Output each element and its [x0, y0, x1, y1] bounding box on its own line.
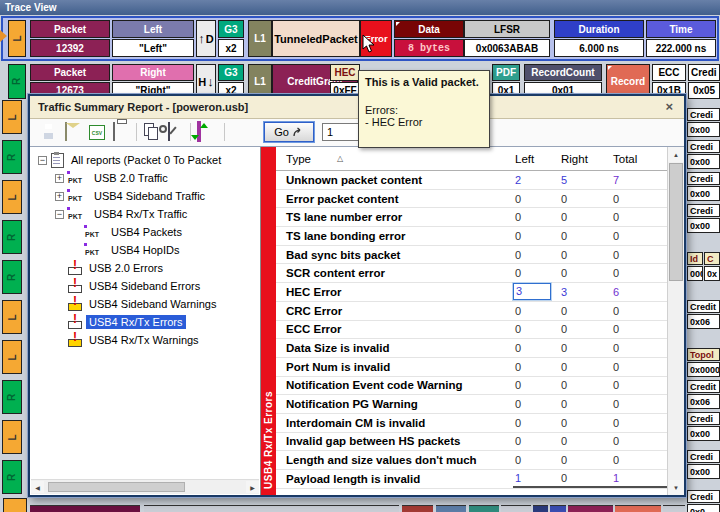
error-type-cell[interactable]: HEC Error: [276, 286, 513, 298]
packet-number-cell[interactable]: Packet 12392: [30, 20, 110, 57]
count-cell-right[interactable]: 5: [559, 174, 611, 186]
lane-marker-cell[interactable]: R: [2, 260, 22, 294]
error-type-cell[interactable]: ECC Error: [276, 323, 513, 335]
count-cell-total[interactable]: 0: [611, 361, 667, 373]
count-cell-total[interactable]: 0: [611, 435, 667, 447]
count-cell-left[interactable]: 0: [513, 211, 559, 223]
lane-marker-cell[interactable]: L: [2, 180, 22, 214]
count-cell-total[interactable]: 0: [611, 230, 667, 242]
lane-marker-cell[interactable]: R: [8, 64, 26, 99]
trace-partial-cell[interactable]: Credit0x06: [687, 300, 720, 329]
error-type-cell[interactable]: TS lane bonding error: [276, 230, 513, 242]
count-cell-left[interactable]: 0: [513, 305, 559, 317]
trace-partial-cell[interactable]: Credi0x00: [687, 140, 720, 169]
error-type-cell[interactable]: SCR content error: [276, 267, 513, 279]
print-icon[interactable]: [112, 123, 130, 141]
count-cell-right[interactable]: 0: [559, 193, 611, 205]
count-cell-left[interactable]: 0: [513, 435, 559, 447]
count-cell-right[interactable]: 0: [559, 342, 611, 354]
direction-cell[interactable]: Left "Left": [112, 20, 194, 57]
table-row[interactable]: Notification PG Warning000: [276, 395, 684, 414]
error-type-cell[interactable]: Invalid gap between HS packets: [276, 435, 513, 447]
table-row[interactable]: TS lane bonding error000: [276, 227, 684, 246]
tree-item[interactable]: USB4 Rx/Tx Errors: [30, 313, 260, 331]
count-cell-left[interactable]: 0: [513, 379, 559, 391]
copy-icon[interactable]: [142, 123, 160, 141]
scroll-down-icon[interactable]: ▼: [668, 480, 684, 495]
count-cell-total[interactable]: 0: [611, 454, 667, 466]
count-cell-left[interactable]: 0: [513, 454, 559, 466]
count-cell-left[interactable]: 0: [513, 193, 559, 205]
table-vertical-scrollbar[interactable]: ▲ ▼: [667, 147, 684, 495]
trace-partial-cell[interactable]: Credi0x00: [687, 172, 720, 201]
count-cell-right[interactable]: 0: [559, 470, 611, 488]
count-cell-total[interactable]: 0: [611, 193, 667, 205]
table-row[interactable]: Invalid gap between HS packets000: [276, 433, 684, 452]
table-row[interactable]: Notification Event code Warning000: [276, 377, 684, 396]
table-row[interactable]: TS lane number error000: [276, 208, 684, 227]
lane-marker-cell[interactable]: R: [2, 140, 22, 174]
count-cell-left[interactable]: 0: [513, 417, 559, 429]
tree-item[interactable]: +PKTUSB4 Sideband Traffic: [30, 187, 260, 205]
table-row[interactable]: Interdomain CM is invalid000: [276, 414, 684, 433]
lane-marker-cell[interactable]: L: [2, 300, 22, 334]
go-button[interactable]: Go: [264, 122, 314, 142]
count-cell-total[interactable]: 0: [611, 379, 667, 391]
table-row[interactable]: ECC Error000: [276, 321, 684, 340]
table-row[interactable]: Port Num is invalid000: [276, 358, 684, 377]
lane-marker-cell[interactable]: L: [2, 100, 22, 134]
lane-marker-cell[interactable]: L: [8, 20, 26, 57]
count-cell-total[interactable]: 6: [611, 286, 667, 298]
error-type-cell[interactable]: TS lane number error: [276, 211, 513, 223]
tree-item[interactable]: USB 2.0 Errors: [30, 259, 260, 277]
table-row[interactable]: Payload length is invalid101: [276, 470, 684, 489]
tree-item[interactable]: −PKTUSB4 Rx/Tx Traffic: [30, 205, 260, 223]
close-icon[interactable]: ×: [662, 100, 676, 114]
tree-item[interactable]: USB4 Sideband Errors: [30, 277, 260, 295]
error-type-cell[interactable]: Payload length is invalid: [276, 473, 513, 485]
trace-partial-cell[interactable]: Credi0x00: [687, 204, 720, 233]
count-cell-right[interactable]: 0: [559, 417, 611, 429]
table-row[interactable]: HEC Error336: [276, 283, 684, 302]
lfsr-cell[interactable]: LFSR 0x0063ABAB: [464, 20, 550, 57]
email-icon[interactable]: [64, 123, 82, 141]
flow-direction-cell[interactable]: ↑D: [196, 20, 216, 57]
tree-expander[interactable]: −: [55, 210, 64, 219]
tree-expander[interactable]: −: [38, 156, 47, 165]
count-cell-total[interactable]: 1: [611, 470, 667, 488]
error-type-cell[interactable]: Interdomain CM is invalid: [276, 417, 513, 429]
count-cell-total[interactable]: 0: [611, 305, 667, 317]
tree-item[interactable]: −All reports (Packet 0 To Packet: [30, 151, 260, 169]
column-header-left[interactable]: Left: [513, 153, 559, 165]
table-row[interactable]: Error packet content000: [276, 190, 684, 209]
count-cell-left[interactable]: 0: [513, 267, 559, 279]
table-row[interactable]: Data Size is invalid000: [276, 339, 684, 358]
count-cell-left[interactable]: 0: [513, 342, 559, 354]
tree-expander[interactable]: +: [55, 174, 64, 183]
credit-cell[interactable]: Credi 0x05: [688, 64, 720, 99]
count-cell-total[interactable]: 0: [611, 249, 667, 261]
count-cell-right[interactable]: 0: [559, 230, 611, 242]
settings-icon[interactable]: [166, 123, 184, 141]
tree-item[interactable]: USB4 Sideband Warnings: [30, 295, 260, 313]
lane-marker-cell[interactable]: R: [2, 380, 22, 414]
lane-marker-cell[interactable]: R: [2, 220, 22, 254]
trace-partial-cell[interactable]: Credit0x06: [687, 380, 720, 409]
lane-marker-cell[interactable]: R: [2, 460, 22, 494]
layer-cell[interactable]: L1: [248, 20, 272, 57]
count-cell-left[interactable]: 3: [513, 283, 559, 300]
count-cell-right[interactable]: 0: [559, 211, 611, 223]
scrollbar-thumb[interactable]: [48, 482, 185, 492]
column-header-total[interactable]: Total: [611, 153, 667, 165]
window-titlebar[interactable]: Traffic Summary Report - [poweron.usb] ×: [30, 96, 684, 119]
lane-marker-cell[interactable]: L: [2, 420, 22, 454]
lane-marker-cell[interactable]: L: [2, 340, 22, 374]
count-cell-left[interactable]: 2: [513, 174, 559, 186]
export-csv-icon[interactable]: CSV: [88, 123, 106, 141]
column-header-right[interactable]: Right: [559, 153, 611, 165]
count-cell-right[interactable]: 0: [559, 323, 611, 335]
error-type-cell[interactable]: Port Num is invalid: [276, 361, 513, 373]
scrollbar-thumb[interactable]: [669, 163, 683, 281]
count-cell-total[interactable]: 0: [611, 417, 667, 429]
lane-marker-cell[interactable]: [3, 498, 27, 512]
